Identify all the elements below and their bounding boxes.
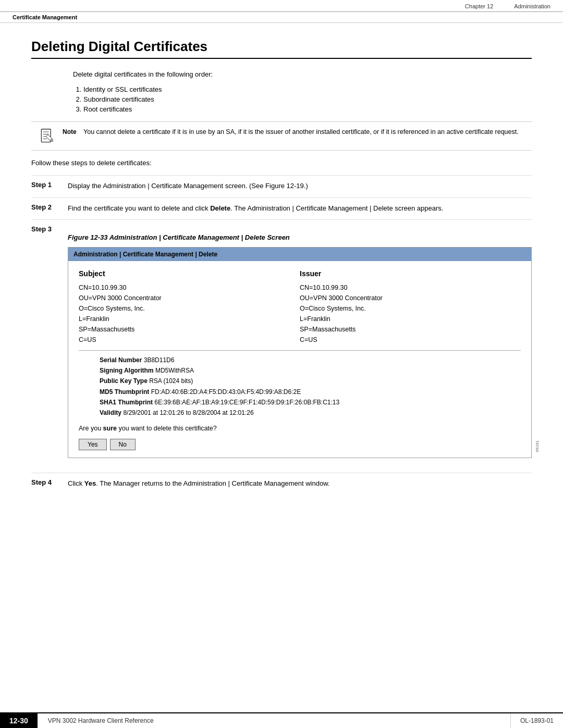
- subject-line-4: SP=Massachusetts: [79, 326, 134, 333]
- no-button[interactable]: No: [110, 439, 136, 450]
- cert-columns: Subject CN=10.10.99.30 OU=VPN 3000 Conce…: [79, 268, 521, 345]
- pencil-icon: [39, 128, 55, 145]
- step-3-label: Step 3: [31, 225, 68, 233]
- pubkey-value: RSA (1024 bits): [149, 377, 193, 385]
- validity-line: Validity 8/29/2001 at 12:01:26 to 8/28/2…: [100, 408, 521, 418]
- subject-line-2: O=Cisco Systems, Inc.: [79, 305, 145, 312]
- cert-divider: [79, 350, 521, 351]
- signing-label: Signing Algorithm: [100, 367, 154, 374]
- issuer-lines: CN=10.10.99.30 OU=VPN 3000 Concentrator …: [300, 282, 521, 345]
- step4-bold: Yes: [84, 479, 96, 487]
- step-2-content: Find the certificate you want to delete …: [68, 203, 532, 214]
- step-1-label: Step 1: [31, 181, 68, 189]
- serial-line: Serial Number 3B8D11D6: [100, 355, 521, 365]
- serial-value: 3B8D11D6: [144, 356, 175, 364]
- page-footer: 12-30 VPN 3002 Hardware Client Reference…: [0, 712, 563, 728]
- section-label: Administration: [514, 3, 550, 9]
- cert-details: Serial Number 3B8D11D6 Signing Algorithm…: [100, 355, 521, 418]
- cert-buttons: Yes No: [79, 439, 521, 450]
- signing-line: Signing Algorithm MD5WithRSA: [100, 365, 521, 376]
- note-text: You cannot delete a certificate if it is…: [83, 127, 532, 137]
- issuer-line-4: SP=Massachusetts: [300, 326, 356, 333]
- subject-lines: CN=10.10.99.30 OU=VPN 3000 Concentrator …: [79, 282, 300, 345]
- sha1-label: SHA1 Thumbprint: [100, 399, 153, 406]
- cert-panel: Administration | Certificate Management …: [68, 247, 532, 458]
- issuer-line-5: C=US: [300, 336, 317, 343]
- chapter-label: Chapter 12: [465, 3, 493, 9]
- step-1-content: Display the Administration | Certificate…: [68, 181, 532, 191]
- figure-caption: Figure 12-33 Administration | Certificat…: [68, 232, 532, 243]
- list-item: Subordinate certificates: [83, 95, 532, 103]
- top-header: Chapter 12 Administration: [0, 0, 563, 12]
- issuer-col: Issuer CN=10.10.99.30 OU=VPN 3000 Concen…: [300, 268, 521, 345]
- step-2-row: Step 2 Find the certificate you want to …: [31, 198, 532, 214]
- step-1-row: Step 1 Display the Administration | Cert…: [31, 175, 532, 191]
- signing-value: MD5WithRSA: [155, 367, 194, 374]
- pubkey-line: Public Key Type RSA (1024 bits): [100, 376, 521, 386]
- step-4-row: Step 4 Click Yes. The Manager returns to…: [31, 473, 532, 489]
- pubkey-label: Public Key Type: [100, 377, 148, 385]
- issuer-header: Issuer: [300, 268, 521, 279]
- validity-value: 8/29/2001 at 12:01:26 to 8/28/2004 at 12…: [123, 409, 253, 416]
- subject-line-1: OU=VPN 3000 Concentrator: [79, 294, 162, 302]
- note-label: Note: [63, 127, 83, 135]
- page-title: Deleting Digital Certificates: [31, 39, 532, 59]
- footer-page-number: 12-30: [0, 713, 38, 728]
- serial-label: Serial Number: [100, 356, 142, 364]
- main-content: Deleting Digital Certificates Delete dig…: [0, 23, 563, 515]
- yes-button[interactable]: Yes: [79, 439, 107, 450]
- footer-doc-number: OL-1893-01: [510, 713, 563, 728]
- subject-header: Subject: [79, 268, 300, 279]
- subject-line-3: L=Franklin: [79, 315, 109, 323]
- step-4-label: Step 4: [31, 478, 68, 486]
- sha1-line: SHA1 Thumbprint 6E:39:6B:AE:AF:1B:A9:19:…: [100, 397, 521, 408]
- footer-doc-title: VPN 3002 Hardware Client Reference: [38, 713, 510, 728]
- subject-line-5: C=US: [79, 336, 96, 343]
- note-icon-container: [31, 127, 63, 145]
- follow-text: Follow these steps to delete certificate…: [31, 159, 532, 167]
- note-section: Note You cannot delete a certificate if …: [31, 121, 532, 151]
- issuer-line-1: OU=VPN 3000 Concentrator: [300, 294, 383, 302]
- list-item: Identity or SSL certificates: [83, 85, 532, 93]
- subject-line-0: CN=10.10.99.30: [79, 284, 126, 291]
- validity-label: Validity: [100, 409, 121, 416]
- step-3-content: Figure 12-33 Administration | Certificat…: [68, 225, 532, 466]
- step-2-label: Step 2: [31, 203, 68, 211]
- cert-body: Subject CN=10.10.99.30 OU=VPN 3000 Conce…: [68, 261, 531, 458]
- step-3-row: Step 3 Figure 12-33 Administration | Cer…: [31, 219, 532, 466]
- cert-panel-header: Administration | Certificate Management …: [68, 248, 531, 261]
- md5-line: MD5 Thumbprint FD:AD:40:6B:2D:A4:F5:DD:4…: [100, 387, 521, 397]
- issuer-line-3: L=Franklin: [300, 315, 331, 323]
- list-item: Root certificates: [83, 105, 532, 113]
- md5-label: MD5 Thumbprint: [100, 388, 149, 396]
- breadcrumb-text: Certificate Management: [13, 14, 77, 20]
- subject-col: Subject CN=10.10.99.30 OU=VPN 3000 Conce…: [79, 268, 300, 345]
- figure-number: 66191: [534, 440, 541, 452]
- delete-order-list: Identity or SSL certificates Subordinate…: [83, 85, 532, 113]
- intro-text: Delete digital certificates in the follo…: [73, 70, 532, 78]
- sha1-value: 6E:39:6B:AE:AF:1B:A9:19:CE:9F:F1:4D:59:D…: [154, 399, 339, 406]
- breadcrumb: Certificate Management: [0, 12, 563, 23]
- md5-value: FD:AD:40:6B:2D:A4:F5:DD:43:0A:F5:4D:99:A…: [151, 388, 301, 396]
- cert-question: Are you sure you want to delete this cer…: [79, 424, 521, 434]
- step-4-content: Click Yes. The Manager returns to the Ad…: [68, 478, 532, 489]
- step2-bold: Delete: [210, 204, 230, 212]
- issuer-line-0: CN=10.10.99.30: [300, 284, 347, 291]
- issuer-line-2: O=Cisco Systems, Inc.: [300, 305, 366, 312]
